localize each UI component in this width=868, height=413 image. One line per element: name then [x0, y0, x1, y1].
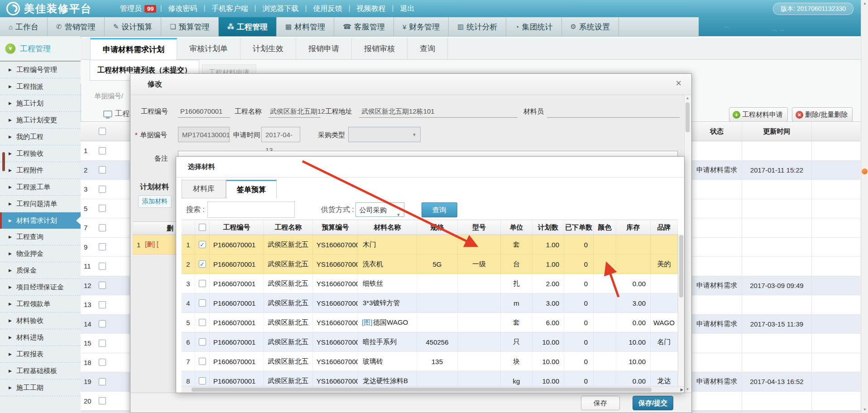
nav-tab[interactable]: ⚙ 系统设置 [562, 17, 619, 36]
sidebar-item[interactable]: ▶ 工程验收 [0, 145, 81, 162]
top-menu-item[interactable]: 视频教程 [349, 4, 393, 14]
save-button[interactable]: 保存 [581, 396, 620, 410]
nav-tab[interactable]: ◔ 集团统计 [506, 17, 561, 36]
scroll-down-icon[interactable]: ▼ [685, 387, 691, 391]
sidebar-item[interactable]: ▶ 材料需求计划 [0, 212, 81, 229]
supply-mode-select[interactable]: 公司采购 ▼ [355, 202, 404, 217]
modal-scrollbar[interactable]: ▲ ▼ [684, 95, 691, 412]
scroll-position-marker[interactable] [2, 152, 5, 171]
picker-horizontal-scrollbar[interactable]: ▶ [182, 386, 684, 393]
window-scrollbar[interactable]: ▲ ▼ [861, 0, 868, 413]
scroll-right-icon[interactable]: ▶ [681, 388, 683, 392]
row-checkbox[interactable]: ✓ [99, 301, 106, 308]
sidebar-item[interactable]: ▶ 项目经理保证金 [0, 279, 81, 296]
row-checkbox[interactable]: ✓ [99, 166, 106, 173]
row-checkbox[interactable]: ✓ [99, 340, 106, 347]
sidebar-item[interactable]: ▶ 材料进场 [0, 329, 81, 346]
row-checkbox[interactable]: ✓ [99, 205, 106, 212]
module-tab[interactable]: 查询 [408, 38, 448, 59]
material-row[interactable]: 7 ✓ P1606070001 武侯区新北五 YS1606070001 玻璃砖 … [182, 352, 678, 371]
row-checkbox[interactable]: ✓ [99, 186, 106, 193]
module-tab[interactable]: 计划生效 [240, 38, 296, 59]
clerk-underline[interactable] [547, 117, 680, 118]
material-row[interactable]: 4 ✓ P1606070001 武侯区新北五 YS1606070001 3*3镀… [182, 293, 678, 313]
row-checkbox[interactable]: ✓ [199, 280, 206, 287]
sidebar-item[interactable]: ▶ 工程基础模板 [0, 363, 81, 379]
search-input[interactable] [207, 202, 295, 218]
sidebar-item[interactable]: ▶ 施工计划 [0, 95, 81, 112]
nav-tab[interactable]: ✆ 营销管理 [48, 17, 105, 36]
sidebar-header[interactable]: ▼ 工程管理 [0, 36, 81, 62]
row-checkbox[interactable]: ✓ [199, 358, 206, 365]
row-checkbox[interactable]: ✓ [99, 282, 106, 289]
save-submit-button[interactable]: 保存/提交 [633, 396, 673, 410]
row-checkbox[interactable]: ✓ [99, 378, 106, 385]
select-all-checkbox[interactable]: ✓ [99, 128, 106, 135]
module-tab[interactable]: 申请材料需求计划 [90, 38, 177, 60]
sidebar-item[interactable]: ▶ 物业押金 [0, 245, 81, 262]
row-checkbox[interactable]: ✓ [199, 319, 206, 326]
sidebar-item[interactable]: ▶ 我的工程 [0, 129, 81, 145]
picker-table-scrollbar[interactable] [678, 234, 684, 386]
row-checkbox[interactable]: ✓ [99, 397, 106, 404]
select-all-checkbox[interactable]: ✓ [199, 224, 206, 231]
add-material-button[interactable]: 添加材料 [138, 195, 172, 208]
top-menu-item[interactable]: 手机客户端 [204, 4, 255, 14]
nav-tab[interactable]: ☎ 客服管理 [334, 17, 394, 36]
sidebar-item[interactable]: ▶ 材料验收 [0, 312, 81, 329]
material-row[interactable]: 5 ✓ P1606070001 武侯区新北五 YS1606070001 [图] … [182, 313, 678, 332]
modal-scrollbar-thumb[interactable] [686, 102, 690, 132]
sidebar-item[interactable]: ▶ 工程附件 [0, 162, 81, 179]
add-material-apply-button[interactable]: + 工程材料申请 [729, 107, 788, 122]
top-menu-item[interactable]: 退出 [393, 4, 422, 14]
close-icon[interactable]: × [676, 78, 681, 88]
nav-tab[interactable]: ▥ 统计分析 [449, 17, 506, 36]
sidebar-item[interactable]: ▶ 工程编号管理 [0, 62, 81, 78]
row-checkbox[interactable]: ✓ [99, 243, 106, 250]
nav-tab[interactable]: ❏ 预算管理 [161, 17, 218, 36]
sidebar-item[interactable]: ▶ 工程派工单 [0, 179, 81, 196]
sidebar-item[interactable]: ▶ 施工工期 [0, 379, 81, 396]
top-menu-item[interactable]: 使用反馈 [306, 4, 349, 14]
purchase-type-select[interactable]: ▼ [348, 127, 421, 142]
top-menu-item[interactable]: 浏览器下载 [255, 4, 306, 14]
nav-tab[interactable]: ▦ 材料管理 [277, 17, 334, 36]
row-checkbox[interactable]: ✓ [99, 359, 106, 366]
sidebar-item[interactable]: ▶ 工程查询 [0, 229, 81, 245]
picker-table-scrollbar-thumb[interactable] [679, 235, 683, 298]
sidebar-item[interactable]: ▶ 工程问题清单 [0, 196, 81, 212]
material-row[interactable]: 3 ✓ P1606070001 武侯区新北五 YS1606070001 细铁丝 [182, 274, 678, 293]
scroll-down-icon[interactable]: ▼ [861, 408, 868, 412]
tab-signed-budget[interactable]: 签单预算 [226, 180, 277, 198]
query-button[interactable]: 查询 [422, 202, 457, 217]
sidebar-item[interactable]: ▶ 施工计划变更 [0, 112, 81, 129]
scroll-up-icon[interactable]: ▲ [861, 1, 868, 5]
notification-badge[interactable]: 99 [144, 5, 156, 13]
scroll-up-icon[interactable]: ▲ [685, 96, 691, 100]
material-row[interactable]: 2 ✓ P1606070001 武侯区新北五 YS1606070001 洗衣机 … [182, 255, 678, 274]
row-checkbox[interactable]: ✓ [99, 147, 106, 154]
sidebar-item[interactable]: ▶ 工程领款单 [0, 296, 81, 312]
top-menu-item[interactable]: 修改密码 [161, 4, 204, 14]
row-checkbox[interactable]: ✓ [199, 338, 206, 346]
row-checkbox[interactable]: ✓ [199, 241, 206, 248]
scroll-position-marker-ball[interactable] [862, 168, 868, 174]
doc-no-input[interactable]: MP1704130001 [178, 127, 230, 142]
nav-tab[interactable]: ⁂ 工程管理 [219, 17, 277, 36]
material-row[interactable]: 1 ✓ P1606070001 武侯区新北五 YS1606070001 木门 [182, 235, 678, 255]
sidebar-item[interactable]: ▶ 工程指派 [0, 78, 81, 95]
row-checkbox[interactable]: ✓ [99, 320, 106, 327]
module-tab[interactable]: 审核计划单 [177, 38, 240, 59]
row-checkbox[interactable]: ✓ [199, 299, 206, 307]
delete-row-link[interactable]: [删] [ [145, 240, 158, 249]
row-checkbox[interactable]: ✓ [99, 224, 106, 231]
picker-horizontal-scrollbar-thumb[interactable] [192, 388, 652, 392]
module-tab[interactable]: 报销审核 [352, 38, 408, 59]
row-checkbox[interactable]: ✓ [99, 263, 106, 270]
apply-time-input[interactable]: 2017-04-13 [261, 127, 300, 142]
row-checkbox[interactable]: ✓ [199, 260, 206, 268]
sidebar-item[interactable]: ▶ 工程报表 [0, 346, 81, 363]
top-menu-admin[interactable]: 管理员 99 [120, 4, 161, 14]
nav-tab[interactable]: ¥ 财务管理 [394, 17, 449, 36]
material-row[interactable]: 6 ✓ P1606070001 武侯区新北五 YS1606070001 暗拉手系… [182, 332, 678, 352]
